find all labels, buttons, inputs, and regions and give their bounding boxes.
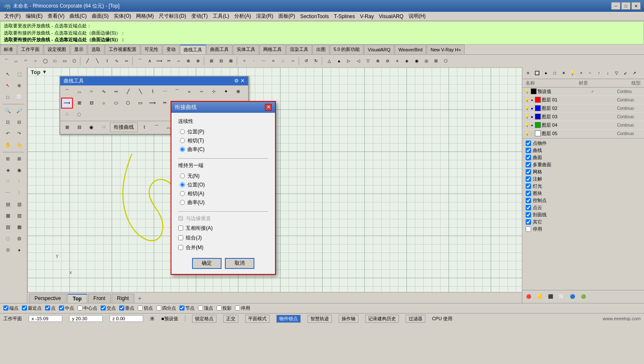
lt-m13[interactable]: ◎ xyxy=(3,244,13,255)
layer-color-02[interactable] xyxy=(535,105,541,111)
tb-poly[interactable]: ⬡ xyxy=(69,56,79,66)
tb-spline[interactable]: ∿ xyxy=(112,56,121,66)
view-tab-right[interactable]: Right xyxy=(112,294,134,303)
tb-d13[interactable]: ⬡ xyxy=(441,56,450,66)
tb-rebuild[interactable]: ↺ xyxy=(302,56,311,66)
rp-import[interactable]: ↙ xyxy=(621,69,630,77)
menu-vray[interactable]: V-Ray xyxy=(358,13,377,20)
tb-d10[interactable]: ◉ xyxy=(412,56,421,66)
radio-curvature[interactable]: 曲率(C) xyxy=(180,146,268,153)
ttab-weaverbird[interactable]: WeaverBird xyxy=(395,45,426,54)
ct-blend-label[interactable]: 衔接曲线 xyxy=(110,122,138,132)
radio-tangent[interactable]: 相切(T) xyxy=(180,137,268,144)
curve-tools-close[interactable]: ✕ xyxy=(240,78,245,84)
menu-mesh[interactable]: 网格(M) xyxy=(134,12,156,21)
bs-ortho[interactable]: 正交 xyxy=(223,315,238,323)
cb-mutual[interactable]: 互相衔接(A) xyxy=(178,225,268,232)
lt-m4[interactable]: ⋮ xyxy=(14,188,25,199)
tb-circle[interactable]: ○ xyxy=(31,56,40,66)
tb-div[interactable]: ÷ xyxy=(240,56,249,66)
tb-fair[interactable]: ∽ xyxy=(288,56,297,66)
ct-fillet[interactable]: ⌒ xyxy=(171,86,183,97)
snap-nearest[interactable]: 最近点 xyxy=(22,305,42,311)
layer-row-03[interactable]: 💡 ● 图层 03 Continuo xyxy=(522,113,644,121)
tb-d4[interactable]: ◁ xyxy=(354,56,363,66)
lt-m5[interactable]: ▤ xyxy=(3,199,13,210)
dialog-ok-button[interactable]: 确定 xyxy=(192,258,222,269)
rp-render-icon[interactable]: ● xyxy=(542,69,550,77)
tb-d1[interactable]: △ xyxy=(325,56,334,66)
lt-vis2[interactable]: ◉ xyxy=(14,165,25,176)
lt-m3[interactable]: ⋯ xyxy=(3,188,13,199)
menu-dim[interactable]: 尺寸标注(D) xyxy=(156,12,189,21)
ct-poly[interactable]: ⬡ xyxy=(122,98,134,109)
ttab-surfacetools[interactable]: 曲面工具 xyxy=(206,45,232,54)
rp-filter[interactable]: ▽ xyxy=(612,69,621,77)
cb-perpendicular[interactable]: 与边缘垂直 xyxy=(178,215,268,222)
bs-smart-track[interactable]: 智慧轨迹 xyxy=(307,315,332,323)
ct-arc1[interactable]: ⌒ xyxy=(61,86,73,97)
view-tab-add[interactable]: + xyxy=(135,294,144,303)
ct-smth[interactable]: ◌ xyxy=(73,109,85,120)
ttab-visualarq[interactable]: VisualARQ xyxy=(364,45,394,54)
tb-match[interactable]: ≈ xyxy=(269,56,278,66)
ct-match[interactable]: ≈ xyxy=(183,86,195,97)
rp-layers-icon[interactable]: ≡ xyxy=(524,69,532,77)
tb-join[interactable]: ⊕ xyxy=(184,56,193,66)
lt-m8[interactable]: ▧ xyxy=(14,210,25,221)
ct-simplify[interactable]: ∴ xyxy=(61,109,73,120)
ct-r2-2[interactable]: ⊟ xyxy=(73,122,85,133)
ttab-workplane[interactable]: 工作平面 xyxy=(17,45,43,54)
snap-vertex[interactable]: 顶点 xyxy=(198,305,213,311)
tb-d12[interactable]: ⊞ xyxy=(431,56,441,66)
radio-none[interactable]: 无(N) xyxy=(180,173,268,180)
tb-project[interactable]: ⊞ xyxy=(207,56,216,66)
tb-trim[interactable]: ✂ xyxy=(164,56,174,66)
lt-cplane2[interactable]: ⊠ xyxy=(14,154,25,165)
menu-transform[interactable]: 变动(T) xyxy=(189,12,210,21)
op-mesh-cb[interactable] xyxy=(526,169,531,175)
menu-view[interactable]: 查看(V) xyxy=(45,12,67,21)
rp-move-up[interactable]: ↑ xyxy=(595,69,603,77)
bs-filter[interactable]: 过滤器 xyxy=(406,315,425,323)
lt-m2[interactable]: ∶ xyxy=(14,176,25,187)
ct-r2-3[interactable]: ◉ xyxy=(86,122,97,133)
menu-file[interactable]: 文件(F) xyxy=(2,12,23,21)
rp-b4[interactable]: ⬜ xyxy=(557,292,566,301)
ttab-layout[interactable]: 出图 xyxy=(313,45,329,54)
lt-m1[interactable]: ∷ xyxy=(3,176,13,187)
lt-zoom-in[interactable]: 🔍 xyxy=(3,106,13,117)
lt-window[interactable]: ⬚ xyxy=(14,69,25,80)
tb-arc3[interactable]: ⌔ xyxy=(21,56,30,66)
menu-surface[interactable]: 曲面(S) xyxy=(89,12,111,21)
snap-intersect[interactable]: 交点 xyxy=(101,305,116,311)
ttab-visibility[interactable]: 可见性 xyxy=(141,45,162,54)
tb-d11[interactable]: ◎ xyxy=(422,56,431,66)
ttab-rendertools[interactable]: 渲染工具 xyxy=(286,45,312,54)
menu-tools[interactable]: 工具(L) xyxy=(210,12,232,21)
maximize-button[interactable]: □ xyxy=(621,2,631,10)
lt-m10[interactable]: ▩ xyxy=(14,222,25,233)
menu-sectiontools[interactable]: SectionTools xyxy=(298,13,331,20)
ttab-display[interactable]: 显示 xyxy=(70,45,87,54)
op-ptcloud-cb[interactable] xyxy=(526,205,531,210)
op-lights-cb[interactable] xyxy=(526,183,531,189)
op-annot-cb[interactable] xyxy=(526,176,531,182)
lt-gumball[interactable]: ⊕ xyxy=(14,80,25,91)
lt-m14[interactable]: ● xyxy=(14,244,25,255)
menu-edit[interactable]: 编辑(E) xyxy=(23,12,45,21)
lt-zoom-sel[interactable]: ⊟ xyxy=(14,117,25,128)
curve-tools-settings[interactable]: ⚙ xyxy=(234,78,239,84)
lt-cplane1[interactable]: ⊞ xyxy=(3,154,13,165)
layer-color-03[interactable] xyxy=(535,114,541,120)
op-surfaces-cb[interactable] xyxy=(526,155,531,160)
ttab-meshtools[interactable]: 网格工具 xyxy=(259,45,286,54)
ct-pt2[interactable]: ⊕ xyxy=(232,86,244,97)
view-tab-top[interactable]: Top xyxy=(67,294,87,303)
tb-inter[interactable]: ⊟ xyxy=(216,56,226,66)
lt-vis1[interactable]: ◈ xyxy=(3,165,13,176)
layer-visible-04[interactable]: 💡 xyxy=(524,122,530,128)
tb-nurbs[interactable]: ∾ xyxy=(122,56,131,66)
op-points-cb[interactable] xyxy=(526,141,531,146)
close-button[interactable]: ✕ xyxy=(631,2,641,10)
